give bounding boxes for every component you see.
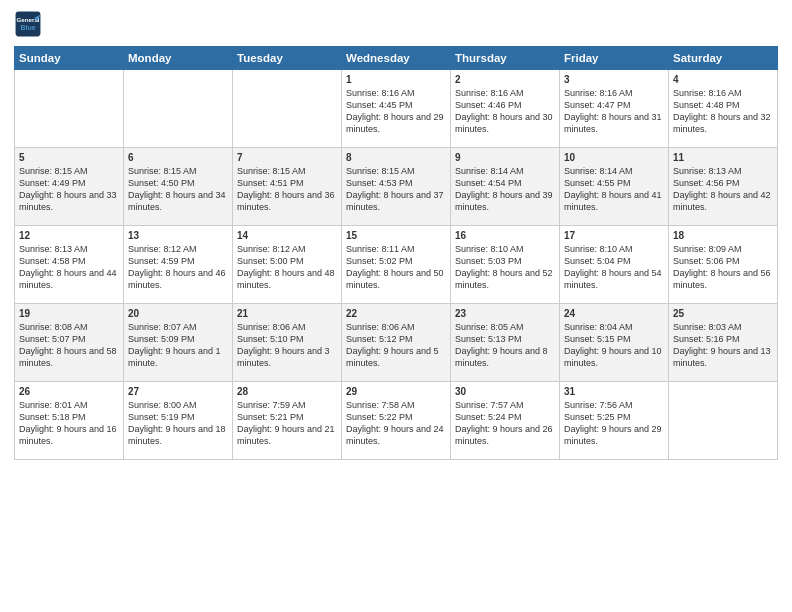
day-info: Sunrise: 8:14 AM Sunset: 4:54 PM Dayligh…	[455, 165, 555, 214]
day-info: Sunrise: 8:12 AM Sunset: 5:00 PM Dayligh…	[237, 243, 337, 292]
day-info: Sunrise: 8:16 AM Sunset: 4:45 PM Dayligh…	[346, 87, 446, 136]
day-info: Sunrise: 7:58 AM Sunset: 5:22 PM Dayligh…	[346, 399, 446, 448]
day-number: 19	[19, 308, 119, 319]
day-number: 25	[673, 308, 773, 319]
day-number: 31	[564, 386, 664, 397]
calendar-cell: 10Sunrise: 8:14 AM Sunset: 4:55 PM Dayli…	[560, 148, 669, 226]
weekday-header-wednesday: Wednesday	[342, 47, 451, 70]
day-number: 20	[128, 308, 228, 319]
calendar-cell	[124, 70, 233, 148]
calendar-cell: 9Sunrise: 8:14 AM Sunset: 4:54 PM Daylig…	[451, 148, 560, 226]
calendar-cell: 19Sunrise: 8:08 AM Sunset: 5:07 PM Dayli…	[15, 304, 124, 382]
day-number: 2	[455, 74, 555, 85]
day-number: 1	[346, 74, 446, 85]
weekday-header-sunday: Sunday	[15, 47, 124, 70]
calendar-cell: 15Sunrise: 8:11 AM Sunset: 5:02 PM Dayli…	[342, 226, 451, 304]
day-info: Sunrise: 8:13 AM Sunset: 4:58 PM Dayligh…	[19, 243, 119, 292]
day-info: Sunrise: 8:15 AM Sunset: 4:53 PM Dayligh…	[346, 165, 446, 214]
day-info: Sunrise: 8:14 AM Sunset: 4:55 PM Dayligh…	[564, 165, 664, 214]
day-number: 7	[237, 152, 337, 163]
day-number: 9	[455, 152, 555, 163]
day-info: Sunrise: 8:05 AM Sunset: 5:13 PM Dayligh…	[455, 321, 555, 370]
day-info: Sunrise: 8:11 AM Sunset: 5:02 PM Dayligh…	[346, 243, 446, 292]
day-number: 11	[673, 152, 773, 163]
week-row-3: 19Sunrise: 8:08 AM Sunset: 5:07 PM Dayli…	[15, 304, 778, 382]
calendar-cell	[233, 70, 342, 148]
week-row-2: 12Sunrise: 8:13 AM Sunset: 4:58 PM Dayli…	[15, 226, 778, 304]
calendar-cell: 6Sunrise: 8:15 AM Sunset: 4:50 PM Daylig…	[124, 148, 233, 226]
calendar-cell: 26Sunrise: 8:01 AM Sunset: 5:18 PM Dayli…	[15, 382, 124, 460]
weekday-header-friday: Friday	[560, 47, 669, 70]
day-info: Sunrise: 8:15 AM Sunset: 4:50 PM Dayligh…	[128, 165, 228, 214]
day-info: Sunrise: 8:15 AM Sunset: 4:49 PM Dayligh…	[19, 165, 119, 214]
day-info: Sunrise: 8:10 AM Sunset: 5:04 PM Dayligh…	[564, 243, 664, 292]
logo: General Blue	[14, 10, 42, 38]
day-number: 14	[237, 230, 337, 241]
calendar-cell: 30Sunrise: 7:57 AM Sunset: 5:24 PM Dayli…	[451, 382, 560, 460]
day-info: Sunrise: 7:57 AM Sunset: 5:24 PM Dayligh…	[455, 399, 555, 448]
calendar-cell: 12Sunrise: 8:13 AM Sunset: 4:58 PM Dayli…	[15, 226, 124, 304]
day-number: 4	[673, 74, 773, 85]
calendar-cell: 27Sunrise: 8:00 AM Sunset: 5:19 PM Dayli…	[124, 382, 233, 460]
day-number: 22	[346, 308, 446, 319]
day-number: 21	[237, 308, 337, 319]
calendar-cell: 7Sunrise: 8:15 AM Sunset: 4:51 PM Daylig…	[233, 148, 342, 226]
day-number: 6	[128, 152, 228, 163]
day-number: 30	[455, 386, 555, 397]
weekday-header-saturday: Saturday	[669, 47, 778, 70]
calendar-cell	[669, 382, 778, 460]
day-info: Sunrise: 8:16 AM Sunset: 4:46 PM Dayligh…	[455, 87, 555, 136]
day-info: Sunrise: 8:04 AM Sunset: 5:15 PM Dayligh…	[564, 321, 664, 370]
day-number: 15	[346, 230, 446, 241]
day-number: 16	[455, 230, 555, 241]
day-info: Sunrise: 8:16 AM Sunset: 4:48 PM Dayligh…	[673, 87, 773, 136]
week-row-0: 1Sunrise: 8:16 AM Sunset: 4:45 PM Daylig…	[15, 70, 778, 148]
day-number: 17	[564, 230, 664, 241]
day-info: Sunrise: 8:09 AM Sunset: 5:06 PM Dayligh…	[673, 243, 773, 292]
page-container: General Blue SundayMondayTuesdayWednesda…	[0, 0, 792, 466]
calendar-cell: 28Sunrise: 7:59 AM Sunset: 5:21 PM Dayli…	[233, 382, 342, 460]
calendar-cell: 3Sunrise: 8:16 AM Sunset: 4:47 PM Daylig…	[560, 70, 669, 148]
day-number: 27	[128, 386, 228, 397]
week-row-1: 5Sunrise: 8:15 AM Sunset: 4:49 PM Daylig…	[15, 148, 778, 226]
day-number: 26	[19, 386, 119, 397]
day-number: 8	[346, 152, 446, 163]
calendar-cell: 13Sunrise: 8:12 AM Sunset: 4:59 PM Dayli…	[124, 226, 233, 304]
calendar-cell: 29Sunrise: 7:58 AM Sunset: 5:22 PM Dayli…	[342, 382, 451, 460]
day-info: Sunrise: 7:59 AM Sunset: 5:21 PM Dayligh…	[237, 399, 337, 448]
svg-text:Blue: Blue	[20, 24, 35, 31]
calendar-cell: 4Sunrise: 8:16 AM Sunset: 4:48 PM Daylig…	[669, 70, 778, 148]
calendar-cell: 20Sunrise: 8:07 AM Sunset: 5:09 PM Dayli…	[124, 304, 233, 382]
day-info: Sunrise: 7:56 AM Sunset: 5:25 PM Dayligh…	[564, 399, 664, 448]
day-number: 5	[19, 152, 119, 163]
calendar-cell: 18Sunrise: 8:09 AM Sunset: 5:06 PM Dayli…	[669, 226, 778, 304]
calendar-cell: 11Sunrise: 8:13 AM Sunset: 4:56 PM Dayli…	[669, 148, 778, 226]
calendar-cell: 2Sunrise: 8:16 AM Sunset: 4:46 PM Daylig…	[451, 70, 560, 148]
day-number: 13	[128, 230, 228, 241]
day-number: 12	[19, 230, 119, 241]
day-info: Sunrise: 8:07 AM Sunset: 5:09 PM Dayligh…	[128, 321, 228, 370]
logo-icon: General Blue	[14, 10, 42, 38]
weekday-header-row: SundayMondayTuesdayWednesdayThursdayFrid…	[15, 47, 778, 70]
day-info: Sunrise: 8:03 AM Sunset: 5:16 PM Dayligh…	[673, 321, 773, 370]
day-info: Sunrise: 8:15 AM Sunset: 4:51 PM Dayligh…	[237, 165, 337, 214]
day-info: Sunrise: 8:12 AM Sunset: 4:59 PM Dayligh…	[128, 243, 228, 292]
day-number: 28	[237, 386, 337, 397]
weekday-header-monday: Monday	[124, 47, 233, 70]
calendar-cell: 24Sunrise: 8:04 AM Sunset: 5:15 PM Dayli…	[560, 304, 669, 382]
day-info: Sunrise: 8:08 AM Sunset: 5:07 PM Dayligh…	[19, 321, 119, 370]
day-info: Sunrise: 8:10 AM Sunset: 5:03 PM Dayligh…	[455, 243, 555, 292]
calendar-table: SundayMondayTuesdayWednesdayThursdayFrid…	[14, 46, 778, 460]
day-number: 18	[673, 230, 773, 241]
calendar-cell: 5Sunrise: 8:15 AM Sunset: 4:49 PM Daylig…	[15, 148, 124, 226]
day-number: 10	[564, 152, 664, 163]
day-number: 23	[455, 308, 555, 319]
day-number: 24	[564, 308, 664, 319]
day-number: 3	[564, 74, 664, 85]
calendar-cell: 17Sunrise: 8:10 AM Sunset: 5:04 PM Dayli…	[560, 226, 669, 304]
calendar-cell: 14Sunrise: 8:12 AM Sunset: 5:00 PM Dayli…	[233, 226, 342, 304]
day-info: Sunrise: 8:00 AM Sunset: 5:19 PM Dayligh…	[128, 399, 228, 448]
calendar-cell: 8Sunrise: 8:15 AM Sunset: 4:53 PM Daylig…	[342, 148, 451, 226]
day-info: Sunrise: 8:01 AM Sunset: 5:18 PM Dayligh…	[19, 399, 119, 448]
day-info: Sunrise: 8:13 AM Sunset: 4:56 PM Dayligh…	[673, 165, 773, 214]
